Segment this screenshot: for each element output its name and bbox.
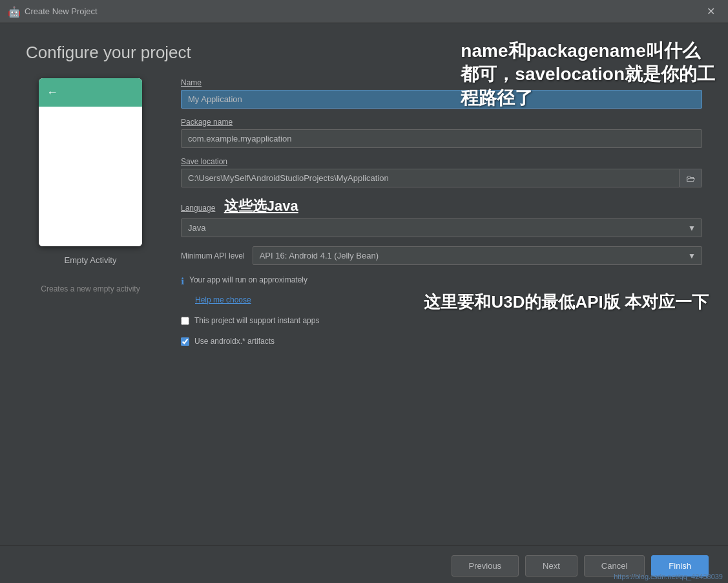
- save-location-input[interactable]: [181, 169, 680, 187]
- left-panel: ← Empty Activity Creates a new empty act…: [26, 78, 155, 533]
- api-select-wrapper: API 16: Android 4.1 (Jelly Bean) API 21:…: [253, 246, 702, 265]
- close-button[interactable]: ✕: [702, 3, 720, 20]
- main-area: ← Empty Activity Creates a new empty act…: [26, 78, 702, 533]
- back-arrow-icon: ←: [47, 86, 58, 100]
- save-location-label: Save location: [181, 157, 702, 166]
- api-row: Minimum API level API 16: Android 4.1 (J…: [181, 246, 702, 265]
- min-api-group: Minimum API level API 16: Android 4.1 (J…: [181, 246, 702, 265]
- browse-folder-button[interactable]: 🗁: [680, 169, 702, 187]
- info-text: Your app will run on approximately: [189, 275, 307, 284]
- page-title: Configure your project: [26, 43, 702, 63]
- activity-label: Empty Activity: [65, 255, 117, 265]
- previous-button[interactable]: Previous: [452, 555, 519, 577]
- content-area: Configure your project ← Empty Activity …: [0, 23, 728, 546]
- instant-apps-row: This project will support instant apps: [181, 316, 702, 325]
- info-icon: ℹ: [181, 276, 184, 286]
- min-api-label: Minimum API level: [181, 251, 245, 260]
- package-name-input[interactable]: [181, 129, 702, 148]
- save-location-input-row: 🗁: [181, 169, 702, 187]
- language-select-wrapper: Java Kotlin ▼: [181, 218, 702, 237]
- watermark: https://blog.csdn.net/qq_42438039: [608, 570, 728, 583]
- app-icon: 🤖: [8, 6, 19, 17]
- activity-description: Creates a new empty activity: [41, 284, 140, 293]
- instant-apps-label: This project will support instant apps: [194, 316, 319, 325]
- activity-preview: ←: [39, 78, 142, 246]
- min-api-select[interactable]: API 16: Android 4.1 (Jelly Bean) API 21:…: [253, 246, 702, 265]
- name-group: Name: [181, 78, 702, 109]
- save-location-group: Save location 🗁: [181, 157, 702, 187]
- title-bar: 🤖 Create New Project ✕: [0, 0, 728, 23]
- window: 🤖 Create New Project ✕ Configure your pr…: [0, 0, 728, 583]
- language-group: Language 这些选Java Java Kotlin ▼: [181, 196, 702, 237]
- androidx-checkbox[interactable]: [181, 337, 189, 346]
- right-panel: name和packagename叫什么 都可，savelocation就是你的工…: [181, 78, 702, 533]
- name-label: Name: [181, 78, 702, 87]
- activity-preview-header: ←: [39, 78, 142, 107]
- activity-preview-body: [39, 107, 142, 246]
- info-row: ℹ Your app will run on approximately: [181, 275, 702, 286]
- androidx-label: Use androidx.* artifacts: [194, 337, 275, 346]
- next-button[interactable]: Next: [525, 555, 577, 577]
- package-name-label: Package name: [181, 118, 702, 127]
- androidx-row: Use androidx.* artifacts: [181, 337, 702, 346]
- title-bar-title: Create New Project: [25, 6, 98, 16]
- language-annotation: 这些选Java: [224, 198, 298, 214]
- name-input[interactable]: [181, 90, 702, 109]
- package-name-group: Package name: [181, 118, 702, 148]
- title-bar-left: 🤖 Create New Project: [8, 6, 98, 17]
- instant-apps-checkbox[interactable]: [181, 317, 189, 325]
- language-label: Language 这些选Java: [181, 196, 702, 216]
- help-link[interactable]: Help me choose: [195, 295, 702, 304]
- language-select[interactable]: Java Kotlin: [181, 218, 702, 237]
